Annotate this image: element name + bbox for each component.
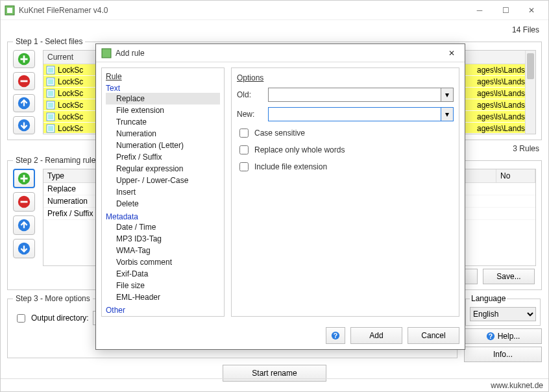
dialog-add-button[interactable]: Add xyxy=(350,327,402,344)
rule-item[interactable]: Truncate xyxy=(106,116,220,128)
help-button[interactable]: ? Help... xyxy=(464,328,542,344)
old-input[interactable] xyxy=(268,88,441,102)
maximize-button[interactable]: ☐ xyxy=(493,1,518,19)
step1-buttons xyxy=(13,50,39,134)
svg-rect-15 xyxy=(48,114,53,119)
dialog-title: Add rule xyxy=(116,49,444,58)
rule-item[interactable]: Numeration xyxy=(106,128,220,140)
file-icon xyxy=(46,66,55,75)
svg-rect-1 xyxy=(7,8,12,13)
rule-item[interactable]: File extension xyxy=(106,104,220,116)
rules-save-button[interactable]: Save... xyxy=(483,269,535,284)
rule-item[interactable]: Delete xyxy=(106,198,220,210)
svg-rect-9 xyxy=(48,79,53,84)
language-select[interactable]: English xyxy=(470,307,536,321)
add-rule-button[interactable] xyxy=(13,169,35,188)
help-icon: ? xyxy=(331,331,340,340)
old-dropdown-button[interactable]: ▾ xyxy=(441,88,454,102)
rule-item[interactable]: Prefix / Suffix xyxy=(106,151,220,163)
rule-item[interactable]: WMA-Tag xyxy=(106,245,220,256)
rule-item[interactable]: Exif-Data xyxy=(106,268,220,280)
window-title: KuKnet FileRenamer v4.0 xyxy=(19,6,467,15)
rule-tree-panel: Rule TextReplaceFile extensionTruncateNu… xyxy=(101,67,225,317)
svg-rect-13 xyxy=(48,103,53,108)
app-icon xyxy=(5,5,15,16)
file-icon xyxy=(46,112,55,121)
file-grid-scrollbar[interactable] xyxy=(525,51,535,134)
rule-item[interactable]: Replace xyxy=(106,93,220,104)
titlebar: KuKnet FileRenamer v4.0 ─ ☐ ✕ xyxy=(1,1,548,20)
rule-item[interactable]: Upper- / Lower-Case xyxy=(106,175,220,186)
step2-buttons xyxy=(13,169,39,266)
svg-text:?: ? xyxy=(334,332,337,339)
output-directory-checkbox[interactable] xyxy=(17,314,25,323)
language-fieldset: Language English xyxy=(465,294,541,326)
move-down-files-button[interactable] xyxy=(13,116,35,134)
close-button[interactable]: ✕ xyxy=(518,1,544,19)
side-box: Language English ? Help... Info... xyxy=(464,294,542,362)
include-ext-label: Include file extension xyxy=(254,162,327,171)
whole-words-label: Replace only whole words xyxy=(254,145,345,154)
svg-rect-28 xyxy=(102,49,111,58)
rule-category: Text xyxy=(106,84,220,93)
rule-category: Other xyxy=(106,306,220,315)
dialog-icon xyxy=(101,48,112,58)
rule-panel-caption: Rule xyxy=(106,72,220,81)
new-dropdown-button[interactable]: ▾ xyxy=(441,107,454,121)
remove-files-button[interactable] xyxy=(13,72,35,90)
whole-words-checkbox[interactable] xyxy=(239,145,249,154)
remove-rule-button[interactable] xyxy=(13,192,35,212)
new-label: New: xyxy=(237,110,263,119)
file-icon xyxy=(46,101,55,110)
rule-item[interactable]: Date / Time xyxy=(106,221,220,233)
new-input[interactable] xyxy=(268,107,441,121)
rule-item[interactable]: Regular expression xyxy=(106,163,220,175)
add-rule-dialog: Add rule ✕ Rule TextReplaceFile extensio… xyxy=(95,43,465,350)
file-icon xyxy=(46,77,55,86)
rule-item[interactable]: Vorbis comment xyxy=(106,256,220,268)
include-ext-checkbox[interactable] xyxy=(239,162,249,171)
move-up-files-button[interactable] xyxy=(13,94,35,112)
status-bar: www.kuknet.de xyxy=(1,378,548,391)
options-panel-caption: Options xyxy=(237,73,454,82)
rule-item[interactable]: EML-Header xyxy=(106,291,220,303)
file-count-label: 14 Files xyxy=(512,25,542,37)
file-icon xyxy=(46,89,55,98)
move-up-rule-button[interactable] xyxy=(13,215,35,235)
status-url: www.kuknet.de xyxy=(491,381,543,390)
rule-item[interactable]: MP3 ID3-Tag xyxy=(106,233,220,245)
dialog-close-button[interactable]: ✕ xyxy=(444,47,459,60)
rule-category: Metadata xyxy=(106,212,220,221)
add-files-button[interactable] xyxy=(13,50,35,68)
case-sensitive-label: Case sensitive xyxy=(254,129,305,138)
language-legend: Language xyxy=(470,294,507,303)
step3-legend: Step 3 - More options xyxy=(13,294,93,303)
move-down-rule-button[interactable] xyxy=(13,239,35,258)
rule-item[interactable]: File size xyxy=(106,280,220,291)
old-label: Old: xyxy=(237,90,263,99)
options-panel: Options Old: ▾ New: ▾ Case sensitive xyxy=(231,67,459,317)
file-icon xyxy=(46,124,55,133)
rule-item[interactable]: Hash xyxy=(106,315,220,317)
case-sensitive-checkbox[interactable] xyxy=(239,129,249,138)
dialog-titlebar: Add rule ✕ xyxy=(96,44,465,62)
step2-legend: Step 2 - Renaming rules xyxy=(13,156,102,165)
rule-item[interactable]: Insert xyxy=(106,186,220,198)
minimize-button[interactable]: ─ xyxy=(467,1,493,19)
svg-rect-11 xyxy=(48,91,53,96)
dialog-cancel-button[interactable]: Cancel xyxy=(408,327,459,344)
output-directory-label: Output directory: xyxy=(31,313,89,323)
step1-legend: Step 1 - Select files xyxy=(13,37,85,46)
rule-count-label: 3 Rules xyxy=(513,144,542,156)
info-button[interactable]: Info... xyxy=(464,347,542,362)
dialog-help-button[interactable]: ? xyxy=(326,327,345,344)
svg-rect-17 xyxy=(48,126,53,131)
rule-col-no[interactable]: No xyxy=(496,169,535,182)
svg-rect-7 xyxy=(48,67,53,73)
svg-text:?: ? xyxy=(488,332,492,340)
help-icon: ? xyxy=(486,332,495,341)
main-window: KuKnet FileRenamer v4.0 ─ ☐ ✕ 14 Files S… xyxy=(0,0,549,392)
rule-item[interactable]: Numeration (Letter) xyxy=(106,140,220,151)
